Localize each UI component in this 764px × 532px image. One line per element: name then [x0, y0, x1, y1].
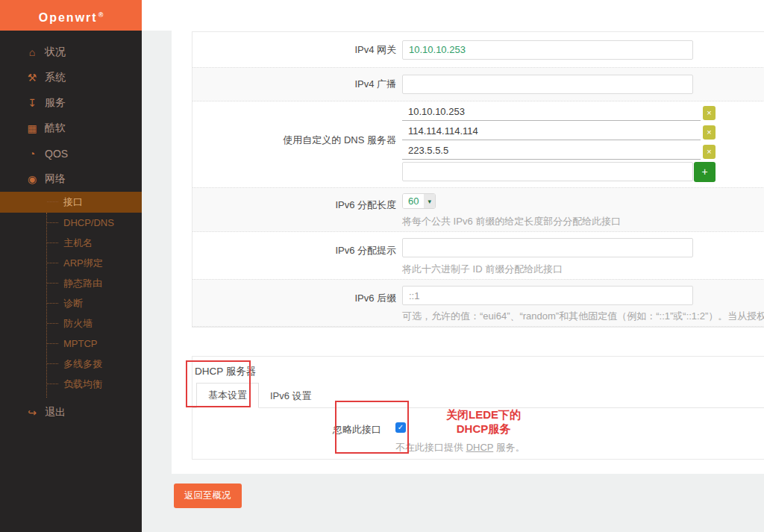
sidebar-item-label: 退出: [45, 406, 66, 419]
sidebar-item-diagnostics[interactable]: 诊断: [0, 293, 142, 313]
ipv4-gateway-label: IPv4 网关: [192, 43, 396, 57]
logout-icon: ↪: [25, 407, 39, 419]
download-icon: ↧: [25, 97, 39, 109]
remove-dns-button[interactable]: ×: [703, 125, 716, 140]
dns-entry: ×: [402, 140, 716, 160]
sidebar: Openwrt® ⌂状况 ⚒系统 ↧服务 ▦酷软 ◔QOS ◉网络 接口 DHC…: [0, 0, 142, 532]
sidebar-item-arp-binding[interactable]: ARP绑定: [0, 253, 142, 273]
sidebar-item-label: 系统: [45, 71, 66, 84]
ipv6-length-value: 60: [403, 194, 424, 208]
ignore-interface-help: 不在此接口提供 DHCP 服务。: [395, 441, 525, 454]
annotation-note-line2: DHCP服务: [428, 422, 539, 436]
ipv6-suffix-help: 可选，允许的值：“eui64”、“random”和其他固定值（例如：“::1”或…: [402, 310, 764, 323]
sidebar-item-logout[interactable]: ↪退出: [0, 400, 142, 425]
footer-background: [172, 474, 764, 532]
sidebar-item-load-balance[interactable]: 负载均衡: [0, 374, 142, 394]
back-to-overview-button[interactable]: 返回至概况: [174, 484, 242, 508]
sidebar-item-system[interactable]: ⚒系统: [0, 65, 142, 90]
sidebar-item-hostnames[interactable]: 主机名: [0, 233, 142, 253]
ipv6-length-select[interactable]: 60 ▾: [402, 193, 436, 209]
ipv4-broadcast-input[interactable]: [402, 75, 693, 94]
ipv4-gateway-input[interactable]: [402, 40, 693, 60]
dns-input-2[interactable]: [402, 122, 701, 140]
form-row-ipv6-length: IPv6 分配长度 60 ▾ 将每个公共 IPv6 前缀的给定长度部分分配给此接…: [192, 187, 764, 232]
tools-icon: ⚒: [25, 72, 39, 84]
dns-input-new[interactable]: [402, 162, 693, 181]
dhcp-link[interactable]: DHCP: [466, 442, 494, 453]
main-menu: ⌂状况 ⚒系统 ↧服务 ▦酷软 ◔QOS ◉网络: [0, 31, 142, 192]
remove-dns-button[interactable]: ×: [703, 106, 716, 120]
dns-entry: ×: [402, 121, 716, 140]
main-content: IPv4 网关 IPv4 广播 使用自定义的 DNS 服务器 × × ×: [142, 0, 764, 532]
gauge-icon: ◔: [25, 148, 39, 160]
sidebar-item-label: 酷软: [45, 122, 66, 135]
dns-entry-new: +: [402, 162, 716, 181]
sidebar-item-static-routes[interactable]: 静态路由: [0, 273, 142, 293]
form-row-ipv6-hint: IPv6 分配提示 将此十六进制子 ID 前缀分配给此接口: [192, 232, 764, 279]
help-text: 不在此接口提供: [395, 442, 466, 453]
sidebar-item-label: 网络: [45, 172, 66, 186]
app-logo: Openwrt®: [0, 0, 142, 31]
annotation-note: 关闭LEDE下的 DHCP服务: [428, 407, 539, 436]
sidebar-item-mptcp[interactable]: MPTCP: [0, 334, 142, 354]
network-submenu: 接口 DHCP/DNS 主机名 ARP绑定 静态路由 诊断 防火墙 MPTCP …: [0, 192, 142, 394]
dns-input-3[interactable]: [402, 141, 701, 160]
tab-ipv6-settings[interactable]: IPv6 设置: [259, 384, 323, 408]
sidebar-item-firewall[interactable]: 防火墙: [0, 313, 142, 334]
dhcp-tabbar: 基本设置 IPv6 设置: [192, 385, 764, 408]
dns-input-1[interactable]: [402, 102, 701, 121]
home-icon: ⌂: [25, 46, 39, 58]
registered-mark: ®: [98, 11, 104, 19]
annotation-note-line1: 关闭LEDE下的: [428, 407, 539, 422]
left-gutter: [142, 31, 172, 532]
sidebar-item-label: 状况: [45, 46, 66, 59]
remove-dns-button[interactable]: ×: [703, 145, 716, 159]
chevron-down-icon: ▾: [424, 194, 435, 208]
ipv4-broadcast-label: IPv4 广播: [192, 78, 396, 91]
ipv6-suffix-input[interactable]: [402, 286, 693, 305]
sidebar-item-dhcp-dns[interactable]: DHCP/DNS: [0, 213, 142, 233]
sidebar-item-network[interactable]: ◉网络: [0, 166, 142, 192]
sidebar-item-apps[interactable]: ▦酷软: [0, 116, 142, 141]
tab-general-settings[interactable]: 基本设置: [196, 383, 259, 408]
ipv6-length-label: IPv6 分配长度: [192, 188, 396, 212]
dns-entry: ×: [402, 101, 716, 121]
ipv6-hint-input[interactable]: [402, 238, 693, 257]
help-text: 服务。: [493, 442, 525, 453]
sidebar-item-multiwan[interactable]: 多线多拨: [0, 354, 142, 374]
ignore-interface-label: 忽略此接口: [192, 421, 381, 454]
ipv6-hint-label: IPv6 分配提示: [192, 232, 396, 257]
grid-icon: ▦: [25, 122, 39, 134]
form-row-ipv6-suffix: IPv6 后缀 可选，允许的值：“eui64”、“random”和其他固定值（例…: [192, 279, 764, 327]
custom-dns-label: 使用自定义的 DNS 服务器: [192, 101, 396, 147]
ipv6-suffix-label: IPv6 后缀: [192, 280, 396, 305]
form-row-ipv4-broadcast: IPv4 广播: [192, 67, 764, 101]
logo-text: Openwrt: [39, 11, 98, 24]
form-row-ipv4-gateway: IPv4 网关: [192, 32, 764, 67]
sidebar-item-label: QOS: [45, 148, 68, 160]
add-dns-button[interactable]: +: [694, 162, 716, 182]
sidebar-item-label: 服务: [45, 96, 66, 110]
form-row-custom-dns: 使用自定义的 DNS 服务器 × × × +: [192, 101, 764, 187]
ipv6-hint-help: 将此十六进制子 ID 前缀分配给此接口: [402, 263, 693, 276]
ignore-interface-checkbox[interactable]: ✓: [395, 422, 406, 433]
ipv6-length-help: 将每个公共 IPv6 前缀的给定长度部分分配给此接口: [402, 215, 621, 228]
sidebar-item-interfaces[interactable]: 接口: [0, 192, 142, 213]
interface-settings-card: IPv4 网关 IPv4 广播 使用自定义的 DNS 服务器 × × ×: [192, 31, 764, 328]
sidebar-item-qos[interactable]: ◔QOS: [0, 141, 142, 166]
dhcp-section-title: DHCP 服务器: [192, 357, 764, 378]
globe-icon: ◉: [25, 173, 39, 185]
sidebar-item-status[interactable]: ⌂状况: [0, 40, 142, 65]
sidebar-item-services[interactable]: ↧服务: [0, 90, 142, 116]
